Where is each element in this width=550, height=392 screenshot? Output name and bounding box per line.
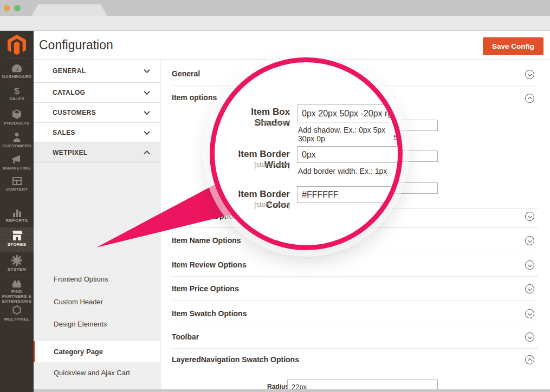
sidebar-item-label: WELTPIXEL <box>0 317 34 322</box>
admin-sidebar: DASHBOARD $ SALES PRODUCTS CUSTOMERS MAR… <box>0 31 34 392</box>
nav-item-frontend-options[interactable]: Frontend Options <box>54 275 108 283</box>
content-layout-icon <box>12 177 22 186</box>
products-box-icon <box>11 109 22 120</box>
browser-tab[interactable] <box>31 4 107 16</box>
collapse-toggle-toolbar[interactable] <box>525 332 534 342</box>
nav-item-quickview[interactable]: Quickview and Ajax Cart <box>54 369 130 377</box>
sidebar-item-customers[interactable]: CUSTOMERS <box>0 132 34 148</box>
item-border-width-helper: Add border width. Ex.: 1px <box>298 167 387 175</box>
section-item-options: Item options <box>172 93 217 102</box>
collapse-toggle-item-price[interactable] <box>525 284 534 293</box>
window-titlebar <box>0 0 550 16</box>
marketing-megaphone-icon <box>11 155 22 165</box>
item-border-color-input-zoomed[interactable] <box>297 186 403 203</box>
weltpixel-hexagon-icon <box>11 305 22 316</box>
reports-barchart-icon <box>12 208 22 217</box>
sidebar-item-dashboard[interactable]: DASHBOARD <box>0 64 34 79</box>
stores-shop-icon <box>11 231 23 241</box>
section-item-price-options: Item Price Options <box>172 284 239 293</box>
section-item-swatch-options: Item Swatch Options <box>172 309 247 318</box>
sidebar-item-label: PRODUCTS <box>0 121 34 126</box>
config-nav-section-general[interactable]: GENERAL <box>34 60 160 83</box>
config-nav-section-sales[interactable]: SALES <box>34 123 160 142</box>
collapse-toggle-general[interactable] <box>525 70 534 79</box>
chevron-down-icon <box>144 67 150 73</box>
app-window: Configuration Save Config DASHBOARD $ SA… <box>0 0 550 392</box>
sidebar-item-label: REPORTS <box>0 218 34 223</box>
store-view-scope: [store view] <box>215 118 290 126</box>
sidebar-item-label: MARKETING <box>0 166 34 171</box>
extensions-brick-icon <box>11 279 22 288</box>
collapse-toggle-item-name[interactable] <box>525 236 534 245</box>
config-nav-section-customers[interactable]: CUSTOMERS <box>34 103 160 123</box>
chevron-down-icon <box>144 89 150 95</box>
magento-logo-icon[interactable] <box>7 34 27 58</box>
sidebar-item-system[interactable]: SYSTEM <box>0 255 34 272</box>
item-border-width-input-zoomed[interactable] <box>297 146 403 163</box>
divider <box>172 300 538 301</box>
chevron-up-icon <box>144 150 150 156</box>
section-label: GENERAL <box>53 67 86 75</box>
sidebar-item-marketing[interactable]: MARKETING <box>0 155 34 171</box>
wetpixel-subpanel: Frontend Options Custom Header Design El… <box>34 163 160 389</box>
collapse-toggle-item-review[interactable] <box>525 260 534 270</box>
sidebar-item-sales[interactable]: $ SALES <box>0 86 34 101</box>
sidebar-item-products[interactable]: PRODUCTS <box>0 109 34 126</box>
section-layerednav-swatch-options: LayeredNavigation Swatch Options <box>172 355 299 364</box>
sidebar-item-stores[interactable]: STORES <box>0 227 34 252</box>
nav-item-custom-header[interactable]: Custom Header <box>54 298 103 306</box>
divider <box>172 348 538 349</box>
browser-toolbar <box>0 16 550 31</box>
sidebar-divider <box>6 276 28 276</box>
divider <box>172 252 538 252</box>
helper-fragment: 5) <box>393 133 400 142</box>
sidebar-item-label: CONTENT <box>0 187 34 192</box>
sidebar-item-label: DASHBOARD <box>0 74 34 79</box>
config-nav-section-catalog[interactable]: CATALOG <box>34 83 160 103</box>
sidebar-item-label: STORES <box>0 242 34 247</box>
sidebar-item-content[interactable]: CONTENT <box>0 177 34 192</box>
nav-item-design-elements[interactable]: Design Elements <box>54 320 107 328</box>
customers-person-icon <box>11 132 22 142</box>
selected-item-label: Category Page <box>54 348 103 356</box>
sales-dollar-icon: $ <box>0 86 34 96</box>
sidebar-item-find-partners[interactable]: FIND PARTNERS & EXTENSIONS <box>0 279 34 304</box>
sidebar-divider <box>6 58 28 59</box>
section-item-review-options: Item Review Options <box>172 260 247 269</box>
system-gear-icon <box>11 255 22 266</box>
section-label: WETPIXEL <box>53 149 88 156</box>
config-nav: GENERAL CATALOG CUSTOMERS SALES WETPIXEL… <box>34 60 160 389</box>
divider <box>172 276 538 277</box>
window-minimize-button[interactable] <box>4 5 10 11</box>
collapse-toggle-layerednav[interactable] <box>525 355 534 364</box>
item-box-shadow-input-zoomed[interactable] <box>297 104 403 122</box>
chevron-down-icon <box>144 128 150 134</box>
section-label: CUSTOMERS <box>53 109 96 116</box>
collapse-toggle-item-options[interactable] <box>525 94 534 103</box>
collapse-toggle-item-image[interactable] <box>525 212 534 221</box>
section-label: SALES <box>53 129 75 136</box>
sidebar-item-label: FIND PARTNERS & EXTENSIONS <box>1 289 33 304</box>
nav-item-category-page[interactable]: Category Page <box>34 341 160 362</box>
sidebar-item-label: CUSTOMERS <box>0 143 34 148</box>
dashboard-icon <box>11 64 22 73</box>
sidebar-item-label: SYSTEM <box>0 267 34 272</box>
window-zoom-button[interactable] <box>14 5 21 11</box>
section-toolbar: Toolbar <box>172 332 199 341</box>
sidebar-item-reports[interactable]: REPORTS <box>0 208 34 223</box>
section-general: General <box>172 69 200 78</box>
magnifier-circle: Item Box Shadow [store view] Add shadow.… <box>210 57 403 250</box>
page-title: Configuration <box>39 38 113 53</box>
section-label: CATALOG <box>53 89 85 96</box>
save-config-button[interactable]: Save Config <box>483 37 543 55</box>
section-item-name-options: Item Name Options <box>172 236 241 245</box>
chevron-down-icon <box>144 109 150 115</box>
store-view-scope: [store view] <box>215 200 290 208</box>
config-nav-section-wetpixel[interactable]: WETPIXEL <box>34 142 160 163</box>
window-frame-bottom <box>34 389 550 392</box>
store-view-scope: [store view] <box>215 160 290 168</box>
collapse-toggle-item-swatch[interactable] <box>525 309 534 318</box>
item-box-shadow-helper: Add shadow. Ex.: 0px 5px 30px 0p <box>298 126 398 143</box>
sidebar-item-label: SALES <box>0 96 34 101</box>
sidebar-item-weltpixel[interactable]: WELTPIXEL <box>0 305 34 322</box>
